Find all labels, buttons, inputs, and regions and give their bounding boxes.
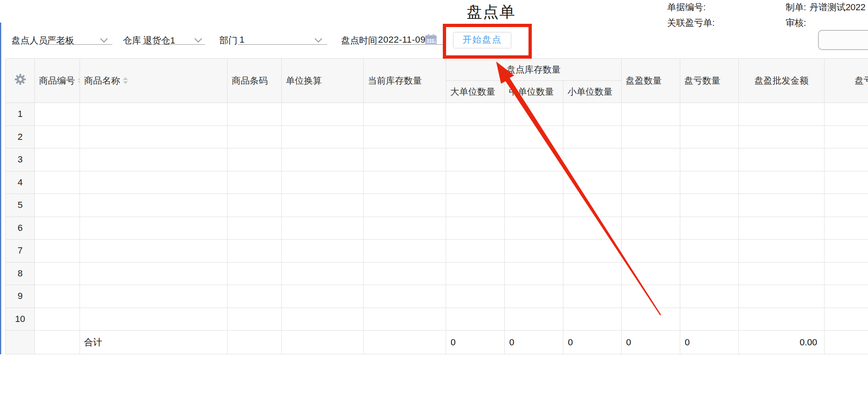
department-select-underline bbox=[238, 44, 327, 45]
column-header-barcode: 商品条码 bbox=[228, 59, 282, 103]
department-select-value[interactable]: 1 bbox=[239, 34, 244, 45]
column-header-mid-unit: 中单位数量 bbox=[505, 81, 563, 103]
maker-value: 丹谱测试2022 bbox=[809, 2, 866, 12]
sort-icon[interactable] bbox=[78, 77, 80, 84]
column-header-unit-conversion: 单位换算 bbox=[282, 59, 364, 103]
column-header-gain-amount: 盘盈批发金额 bbox=[739, 59, 825, 103]
totals-small-unit: 0 bbox=[563, 331, 622, 354]
totals-row: 合计 0 0 0 0 0 0.00 bbox=[6, 331, 868, 354]
totals-mid-unit: 0 bbox=[505, 331, 563, 354]
row-number: 7 bbox=[6, 240, 35, 262]
auditor-label: 审核: bbox=[786, 18, 806, 28]
totals-big-unit: 0 bbox=[446, 331, 505, 354]
chevron-down-icon[interactable] bbox=[314, 35, 322, 42]
row-number: 6 bbox=[6, 217, 35, 240]
table-row: 5 bbox=[6, 194, 868, 217]
inventory-count-page: 盘点单 单据编号: 制单:丹谱测试2022 关联盈亏单: 审核: 盘点人员 严老… bbox=[0, 0, 868, 397]
count-time-input[interactable]: 2022-11-09 bbox=[378, 34, 426, 45]
column-header-small-unit: 小单位数量 bbox=[563, 81, 622, 103]
column-header-big-unit: 大单位数量 bbox=[446, 81, 505, 103]
linked-profit-loss-field: 关联盈亏单: bbox=[667, 17, 718, 29]
chevron-down-icon[interactable] bbox=[194, 35, 202, 42]
doc-number-field: 单据编号: bbox=[667, 1, 709, 14]
table-row: 4 bbox=[6, 171, 868, 194]
maker-field: 制单:丹谱测试2022 bbox=[786, 1, 866, 14]
row-number: 1 bbox=[6, 103, 35, 126]
row-number: 5 bbox=[6, 194, 35, 217]
table-row: 3 bbox=[6, 148, 868, 171]
column-header-product-name[interactable]: 商品名称 bbox=[80, 59, 228, 103]
top-right-partial-button[interactable] bbox=[818, 30, 868, 50]
row-number: 4 bbox=[6, 171, 35, 194]
table-row: 8 bbox=[6, 262, 868, 285]
warehouse-select-value[interactable]: 退货仓1 bbox=[143, 34, 175, 47]
page-title: 盘点单 bbox=[409, 2, 573, 23]
doc-number-label: 单据编号: bbox=[667, 2, 706, 12]
row-number: 8 bbox=[6, 262, 35, 285]
table-row: 6 bbox=[6, 217, 868, 240]
table-row: 7 bbox=[6, 240, 868, 262]
row-number: 10 bbox=[6, 308, 35, 331]
person-select-value[interactable]: 严老板 bbox=[47, 34, 74, 47]
gear-icon[interactable] bbox=[15, 74, 26, 85]
inventory-grid: 商品编号 商品名称 商品条码 单位换算 当前库存数量 盘点库存数量 盘盈数量 盘… bbox=[5, 58, 868, 354]
column-settings-cell[interactable] bbox=[6, 59, 35, 103]
column-header-product-no[interactable]: 商品编号 bbox=[35, 59, 80, 103]
totals-label: 合计 bbox=[80, 331, 228, 354]
table-row: 10 bbox=[6, 308, 868, 331]
auditor-field: 审核: bbox=[786, 17, 809, 29]
totals-gain-amount: 0.00 bbox=[739, 331, 825, 354]
chevron-down-icon[interactable] bbox=[100, 35, 107, 42]
warehouse-select-underline bbox=[141, 44, 205, 45]
table-row: 9 bbox=[6, 285, 868, 308]
department-label: 部门 bbox=[219, 34, 237, 47]
totals-gain-qty: 0 bbox=[622, 331, 680, 354]
table-row: 2 bbox=[6, 125, 868, 148]
maker-label: 制单: bbox=[786, 2, 806, 12]
row-number: 2 bbox=[6, 125, 35, 148]
table-row: 1 bbox=[6, 103, 868, 126]
column-header-gain-qty: 盘盈数量 bbox=[622, 59, 680, 103]
warehouse-label: 仓库 bbox=[123, 34, 141, 47]
row-number: 9 bbox=[6, 285, 35, 308]
totals-loss-qty: 0 bbox=[680, 331, 739, 354]
column-header-loss-amount: 盘亏批发金额 bbox=[825, 59, 868, 103]
calendar-icon[interactable] bbox=[425, 34, 437, 45]
column-group-count-stock: 盘点库存数量 bbox=[446, 59, 622, 81]
person-label: 盘点人员 bbox=[11, 34, 48, 47]
count-time-label: 盘点时间 bbox=[341, 34, 377, 47]
start-count-button[interactable]: 开始盘点 bbox=[453, 32, 511, 48]
sort-icon[interactable] bbox=[123, 77, 128, 84]
column-header-loss-qty: 盘亏数量 bbox=[680, 59, 739, 103]
row-number: 3 bbox=[6, 148, 35, 171]
linked-profit-loss-label: 关联盈亏单: bbox=[667, 18, 715, 28]
column-header-current-stock: 当前库存数量 bbox=[364, 59, 446, 103]
window-left-edge bbox=[0, 23, 1, 354]
person-select-underline bbox=[46, 44, 112, 45]
